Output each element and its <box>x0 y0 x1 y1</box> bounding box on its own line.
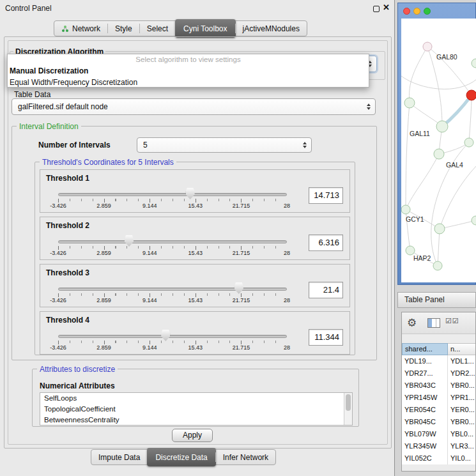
network-node[interactable] <box>464 138 473 147</box>
network-node[interactable] <box>423 42 432 51</box>
interval-definition-title: Interval Definition <box>17 122 81 131</box>
threshold-3-slider[interactable]: -3.426 2.859 9.144 15.43 21.715 28 <box>58 281 287 307</box>
threshold-4-value-field[interactable]: 11.344 <box>309 329 343 346</box>
threshold-3-label: Threshold 3 <box>46 268 89 277</box>
network-canvas[interactable]: GAL80 GAL11 GAL4 GCY1 HAP2 <box>401 19 476 282</box>
top-tab-bar: Network Style Select Cyni Toolbox jActiv… <box>54 20 307 36</box>
network-node[interactable] <box>401 205 410 214</box>
network-node[interactable] <box>434 224 445 234</box>
tab-label: Discretize Data <box>155 453 207 462</box>
slider-track[interactable] <box>58 335 287 338</box>
tab-label: Style <box>115 24 132 33</box>
list-scrollbar[interactable] <box>344 393 352 425</box>
table-panel-titlebar[interactable]: Table Panel <box>397 292 476 308</box>
node-label: GAL4 <box>446 161 463 169</box>
columns-icon[interactable] <box>427 318 440 328</box>
window-close-button[interactable] <box>403 8 410 15</box>
column-header-name[interactable]: n... <box>448 343 476 355</box>
network-node[interactable] <box>433 261 442 270</box>
algorithm-dropdown: Select algorithm to view settings Manual… <box>7 54 369 88</box>
threshold-3-value-field[interactable]: 21.4 <box>309 282 343 298</box>
threshold-1-slider-thumb[interactable] <box>186 188 195 199</box>
tab-impute-data[interactable]: Impute Data <box>91 450 147 464</box>
threshold-2-slider[interactable]: -3.426 2.859 9.144 15.43 21.715 28 <box>58 234 287 259</box>
window-minimize-button[interactable] <box>413 8 420 15</box>
threshold-4-label: Threshold 4 <box>46 316 89 325</box>
tab-discretize-data[interactable]: Discretize Data <box>147 448 215 466</box>
tab-label: Infer Network <box>223 453 268 462</box>
table-row[interactable]: YBL079WYBL0... <box>402 428 476 440</box>
table-row[interactable]: YPR145WYPR1... <box>402 392 476 404</box>
table-row[interactable]: YBR043CYBR0... <box>402 380 476 392</box>
network-node[interactable] <box>436 121 448 132</box>
threshold-1-slider[interactable]: -3.426 2.859 9.144 15.43 21.715 28 <box>58 187 287 212</box>
node-label: GAL80 <box>436 53 457 61</box>
number-of-intervals-label: Number of Intervals <box>38 141 111 150</box>
threshold-1-panel: Threshold 1 -3.426 2.859 9.144 15.43 21.… <box>40 169 350 213</box>
table-data-combobox[interactable]: galFiltered.sif default node <box>12 98 376 115</box>
select-columns-icon[interactable]: ☑☑ <box>445 317 459 325</box>
network-node[interactable] <box>434 149 444 159</box>
table-row[interactable]: YLR345WYLR3... <box>402 440 476 452</box>
column-header-shared-name[interactable]: shared... <box>402 343 448 355</box>
network-node[interactable] <box>406 246 415 255</box>
slider-major-ticks <box>58 199 287 203</box>
tab-label: Network <box>72 24 100 33</box>
node-label: GAL11 <box>410 130 430 137</box>
threshold-4-slider-thumb[interactable] <box>161 330 170 341</box>
threshold-2-slider-thumb[interactable] <box>125 235 134 247</box>
window-zoom-button[interactable] <box>424 8 431 15</box>
tab-style[interactable]: Style <box>108 21 139 36</box>
tab-select[interactable]: Select <box>140 21 175 36</box>
dropdown-option-equal-width-frequency[interactable]: Equal Width/Frequency Discretization <box>8 77 369 88</box>
network-node[interactable] <box>472 59 476 68</box>
slider-track[interactable] <box>58 288 287 291</box>
tab-label: Impute Data <box>98 453 140 462</box>
list-item[interactable]: BetweennessCentrality <box>40 415 352 426</box>
table-row[interactable]: YER054CYER0... <box>402 404 476 416</box>
table-row[interactable]: YDL19...YDL1... <box>402 355 476 367</box>
threshold-2-value-field[interactable]: 6.316 <box>309 234 343 251</box>
table-data-value: galFiltered.sif default node <box>12 102 108 111</box>
table-header-row: shared... n... <box>402 343 476 355</box>
table-row[interactable]: YDR27...YDR2... <box>402 367 476 380</box>
list-item[interactable]: SelfLoops <box>40 393 352 404</box>
tab-jactivemnodules[interactable]: jActiveMNodules <box>236 21 307 36</box>
number-of-intervals-combobox[interactable]: 5 <box>137 137 312 153</box>
threshold-3-panel: Threshold 3 -3.426 2.859 9.144 15.43 21.… <box>40 264 350 307</box>
table-row[interactable]: YBR045CYBR0... <box>402 416 476 428</box>
highlighted-edge[interactable] <box>442 95 472 127</box>
window-title: Control Panel <box>5 4 52 13</box>
threshold-1-label: Threshold 1 <box>46 174 89 183</box>
updown-icon <box>303 142 307 148</box>
numerical-attributes-list: SelfLoops TopologicalCoefficient Between… <box>40 392 353 426</box>
restore-icon[interactable] <box>373 6 380 12</box>
dropdown-option-manual-discretization[interactable]: Manual Discretization <box>8 65 369 77</box>
threshold-1-value-field[interactable]: 14.713 <box>309 187 343 204</box>
node-table: shared... n... YDL19...YDL1... YDR27...Y… <box>402 343 476 464</box>
slider-track[interactable] <box>58 240 287 243</box>
gear-icon[interactable]: ⚙ <box>407 316 417 330</box>
threshold-4-slider[interactable]: -3.426 2.859 9.144 15.43 21.715 28 <box>58 328 287 354</box>
slider-major-ticks <box>58 341 287 344</box>
slider-track[interactable] <box>58 193 287 196</box>
tab-network[interactable]: Network <box>54 21 107 36</box>
threshold-2-panel: Threshold 2 -3.426 2.859 9.144 15.43 21.… <box>40 217 350 260</box>
network-node[interactable] <box>472 216 476 225</box>
tab-cyni-toolbox[interactable]: Cyni Toolbox <box>175 19 235 38</box>
network-node[interactable] <box>404 98 415 108</box>
tab-infer-network[interactable]: Infer Network <box>216 450 275 464</box>
slider-major-ticks <box>58 246 287 250</box>
threshold-3-slider-thumb[interactable] <box>234 282 243 294</box>
list-item[interactable]: TopologicalCoefficient <box>40 404 352 415</box>
apply-button[interactable]: Apply <box>172 429 213 442</box>
tab-label: Select <box>147 24 168 33</box>
selected-network-node[interactable] <box>466 90 476 100</box>
table-row[interactable]: YIL052CYIL0... <box>402 452 476 464</box>
close-icon[interactable]: ✕ <box>383 3 390 12</box>
table-panel-title: Table Panel <box>404 295 445 304</box>
network-icon <box>61 25 69 33</box>
node-label: HAP2 <box>413 254 431 262</box>
tab-label: jActiveMNodules <box>243 24 300 33</box>
scrollbar-thumb[interactable] <box>346 394 351 411</box>
